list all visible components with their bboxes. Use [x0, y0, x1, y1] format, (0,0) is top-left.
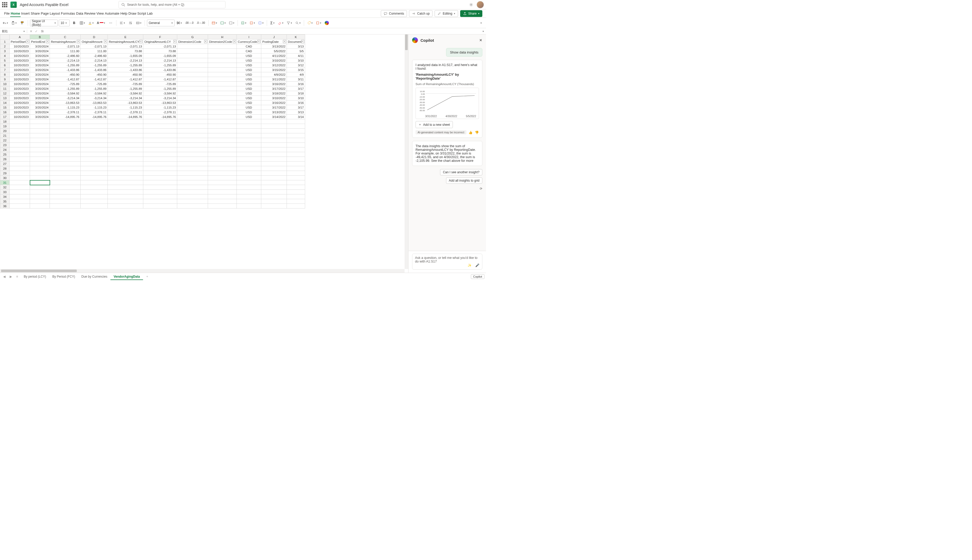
cell-I13[interactable]: USD	[237, 96, 261, 100]
format-table-button[interactable]: ▾	[219, 19, 227, 27]
cell-C27[interactable]	[50, 162, 81, 166]
cell-E24[interactable]	[108, 147, 143, 152]
cell-C35[interactable]	[50, 199, 81, 204]
search-box[interactable]: Search for tools, help, and more (Alt + …	[118, 1, 225, 8]
cell-G17[interactable]	[177, 115, 208, 119]
cell-D23[interactable]	[81, 143, 108, 147]
cell-F26[interactable]	[143, 157, 177, 162]
cell-A7[interactable]: 10/20/2023	[10, 68, 30, 72]
menu-share[interactable]: Share	[30, 10, 40, 17]
cell-I19[interactable]	[237, 124, 261, 128]
cell-C21[interactable]	[50, 133, 81, 138]
cell-K35[interactable]	[287, 199, 305, 204]
col-header-E[interactable]: E	[108, 35, 143, 39]
cell-B19[interactable]	[30, 124, 50, 128]
number-format-select[interactable]: General▾	[147, 20, 175, 27]
cell-G29[interactable]	[177, 171, 208, 176]
cell-H4[interactable]	[208, 53, 237, 58]
menu-home[interactable]: Home	[10, 10, 21, 17]
cell-I16[interactable]: USD	[237, 110, 261, 115]
cell-D19[interactable]	[81, 124, 108, 128]
refresh-icon[interactable]: ⟳	[480, 187, 482, 190]
cell-A20[interactable]	[10, 128, 30, 133]
cell-J21[interactable]	[261, 133, 287, 138]
cell-G36[interactable]	[177, 204, 208, 208]
cell-K31[interactable]	[287, 180, 305, 185]
comments-button[interactable]: Comments	[381, 10, 407, 17]
cell-C33[interactable]	[50, 190, 81, 194]
cell-D28[interactable]	[81, 166, 108, 171]
row-header-20[interactable]: 20	[0, 128, 10, 133]
suggestion-another-insight[interactable]: Can I see another insight?	[440, 169, 482, 175]
menu-view[interactable]: View	[96, 10, 104, 17]
merge-button[interactable]: ▾	[135, 19, 142, 27]
cell-I30[interactable]	[237, 176, 261, 180]
row-header-22[interactable]: 22	[0, 138, 10, 143]
cell-I32[interactable]	[237, 185, 261, 190]
font-color-button[interactable]: A▾	[96, 19, 106, 27]
cell-J30[interactable]	[261, 176, 287, 180]
cell-C9[interactable]: -1,412.87	[50, 77, 81, 82]
cell-A32[interactable]	[10, 185, 30, 190]
cell-A23[interactable]	[10, 143, 30, 147]
cell-K27[interactable]	[287, 162, 305, 166]
wrap-text-button[interactable]	[127, 19, 134, 27]
cell-C26[interactable]	[50, 157, 81, 162]
cell-K11[interactable]: 3/17	[287, 87, 305, 91]
cell-C18[interactable]	[50, 119, 81, 124]
cell-I36[interactable]	[237, 204, 261, 208]
cell-C17[interactable]: -14,895.76	[50, 115, 81, 119]
cell-I29[interactable]	[237, 171, 261, 176]
cell-H28[interactable]	[208, 166, 237, 171]
cell-I15[interactable]: USD	[237, 105, 261, 110]
sheet-tab-due-by-currencies[interactable]: Due by Currencies	[78, 274, 110, 280]
cell-D18[interactable]	[81, 119, 108, 124]
cell-H21[interactable]	[208, 133, 237, 138]
cell-J13[interactable]: 3/10/2022	[261, 96, 287, 100]
cell-A28[interactable]	[10, 166, 30, 171]
row-header-15[interactable]: 15	[0, 105, 10, 110]
cell-E27[interactable]	[108, 162, 143, 166]
cell-G12[interactable]	[177, 91, 208, 96]
cell-F21[interactable]	[143, 133, 177, 138]
menu-draw[interactable]: Draw	[128, 10, 137, 17]
sheet-tab-by-period-lcy-[interactable]: By period (LCY)	[21, 274, 49, 280]
table-header-cell[interactable]: DocumentD▾	[287, 39, 305, 44]
cell-J25[interactable]	[261, 152, 287, 157]
cell-A34[interactable]	[10, 194, 30, 199]
cell-F3[interactable]: 73.88	[143, 49, 177, 53]
fx-icon[interactable]: fx	[40, 30, 43, 33]
cell-K19[interactable]	[287, 124, 305, 128]
row-header-34[interactable]: 34	[0, 194, 10, 199]
cell-K8[interactable]: 4/9	[287, 72, 305, 77]
row-header-4[interactable]: 4	[0, 53, 10, 58]
cell-F10[interactable]: -725.89	[143, 82, 177, 87]
cell-H30[interactable]	[208, 176, 237, 180]
cell-H26[interactable]	[208, 157, 237, 162]
cell-K24[interactable]	[287, 147, 305, 152]
cell-F15[interactable]: -1,115.23	[143, 105, 177, 110]
cell-K3[interactable]: 5/5	[287, 49, 305, 53]
cell-C13[interactable]: -3,214.34	[50, 96, 81, 100]
cell-H23[interactable]	[208, 143, 237, 147]
cell-I4[interactable]: USD	[237, 53, 261, 58]
conditional-format-button[interactable]: ▾	[211, 19, 218, 27]
cell-A21[interactable]	[10, 133, 30, 138]
row-header-21[interactable]: 21	[0, 133, 10, 138]
cell-E32[interactable]	[108, 185, 143, 190]
cell-G32[interactable]	[177, 185, 208, 190]
formula-expand-icon[interactable]: ▾	[480, 30, 486, 33]
cell-A22[interactable]	[10, 138, 30, 143]
cell-F19[interactable]	[143, 124, 177, 128]
cell-C10[interactable]: -725.89	[50, 82, 81, 87]
table-header-cell[interactable]: PeriodStart▾	[10, 39, 30, 44]
cell-A33[interactable]	[10, 190, 30, 194]
cell-A17[interactable]: 10/20/2023	[10, 115, 30, 119]
cell-E33[interactable]	[108, 190, 143, 194]
table-header-cell[interactable]: OriginalAmountLCY▾	[143, 39, 177, 44]
row-header-9[interactable]: 9	[0, 77, 10, 82]
row-header-27[interactable]: 27	[0, 162, 10, 166]
table-header-cell[interactable]: RemainingAmount▾	[50, 39, 81, 44]
cell-K2[interactable]: 3/13	[287, 44, 305, 49]
cell-B25[interactable]	[30, 152, 50, 157]
